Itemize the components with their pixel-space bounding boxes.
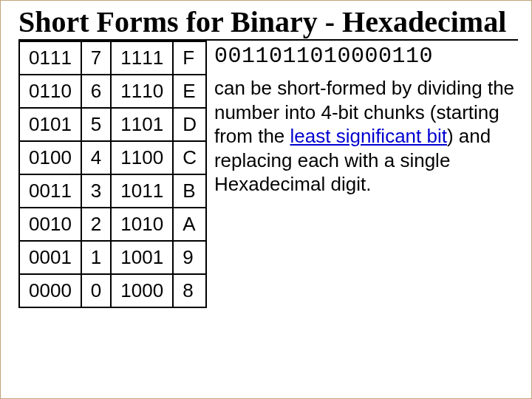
table-cell: B — [173, 174, 206, 208]
description-paragraph: can be short-formed by dividing the numb… — [214, 76, 518, 197]
table-cell: 8 — [173, 274, 206, 307]
table-cell: 0110 — [19, 75, 81, 108]
table-cell: 1 — [81, 241, 111, 274]
table-cell: 1100 — [111, 141, 173, 174]
table-cell: 1011 — [111, 174, 173, 208]
table-cell: F — [173, 41, 206, 75]
table-cell: 1010 — [111, 208, 173, 241]
table-cell: 6 — [81, 75, 111, 108]
table-cell: 0100 — [19, 141, 81, 174]
table-cell: A — [173, 208, 206, 241]
table-row: 011061110E — [19, 75, 206, 108]
table-row: 010151101D — [19, 108, 206, 141]
table-cell: 0010 — [19, 208, 81, 241]
slide: Short Forms for Binary - Hexadecimal 011… — [0, 0, 532, 399]
table-cell: 0000 — [19, 274, 81, 307]
table-cell: E — [173, 75, 206, 108]
description-column: 0011011010000110 can be short-formed by … — [214, 41, 518, 197]
table-row: 0000010008 — [19, 274, 206, 307]
binary-example: 0011011010000110 — [214, 44, 518, 69]
table-cell: C — [173, 141, 206, 174]
page-title: Short Forms for Binary - Hexadecimal — [18, 7, 518, 41]
table-row: 001131011B — [19, 174, 206, 208]
table-row: 001021010A — [19, 208, 206, 241]
table-cell: 7 — [81, 41, 111, 75]
table-row: 010041100C — [19, 141, 206, 174]
table-cell: 1000 — [111, 274, 173, 307]
least-significant-bit-link[interactable]: least significant bit — [290, 125, 447, 147]
table-cell: 3 — [81, 174, 111, 208]
binary-hex-table: 011171111F011061110E010151101D010041100C… — [18, 41, 207, 308]
table-cell: 4 — [81, 141, 111, 174]
table-cell: 2 — [81, 208, 111, 241]
table-cell: 0101 — [19, 108, 81, 141]
table-cell: 0001 — [19, 241, 81, 274]
table-cell: 1111 — [111, 41, 173, 75]
table-cell: D — [173, 108, 206, 141]
table-cell: 0011 — [19, 174, 81, 208]
table-cell: 0 — [81, 274, 111, 307]
table-row: 011171111F — [19, 41, 206, 75]
table-cell: 1101 — [111, 108, 173, 141]
table-cell: 0111 — [19, 41, 81, 75]
table-body: 011171111F011061110E010151101D010041100C… — [19, 41, 206, 307]
content-row: 011171111F011061110E010151101D010041100C… — [18, 41, 518, 308]
table-cell: 5 — [81, 108, 111, 141]
table-cell: 1001 — [111, 241, 173, 274]
table-cell: 1110 — [111, 75, 173, 108]
table-cell: 9 — [173, 241, 206, 274]
table-row: 0001110019 — [19, 241, 206, 274]
